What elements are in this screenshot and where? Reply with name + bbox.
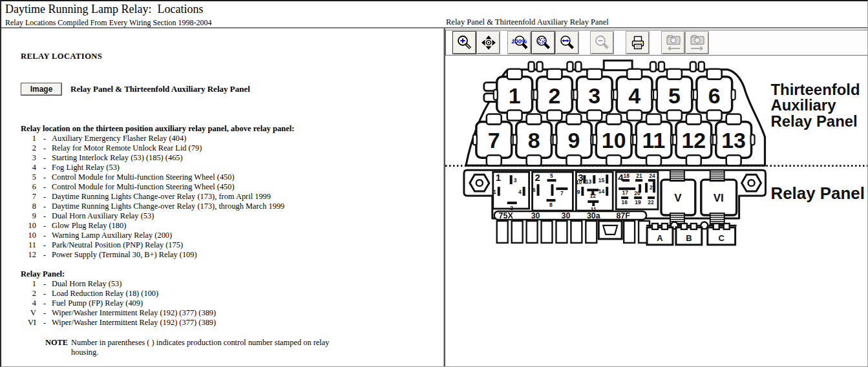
aux-panel-caption-line2: Auxiliary (770, 96, 836, 114)
relay-name: Dual Horn Relay (53) (52, 279, 443, 289)
zoom-fit-button[interactable] (531, 31, 555, 54)
page-title: Daytime Running Lamp Relay: Locations (5, 3, 867, 16)
dash: - (37, 240, 52, 250)
relay-number: 12 (21, 250, 37, 260)
aux-relay-5: 5 (653, 69, 695, 121)
abc-connectors: A B C (646, 222, 737, 244)
pan-icon (480, 34, 497, 51)
diagram-captions: Thirteenfold Auxiliary Relay Panel Relay… (770, 81, 864, 203)
aux-relay-number: 4 (628, 83, 640, 108)
relay-name: Auxiliary Emergency Flasher Relay (404) (52, 134, 443, 143)
relay-number: 4 (21, 299, 37, 308)
svg-text:30: 30 (531, 211, 540, 220)
relay-name: Power Supply (Terminal 30, B+) Relay (10… (52, 250, 443, 260)
relay-number: 8 (21, 202, 37, 211)
zoom-fit-width-icon (559, 34, 576, 51)
relay-name: Fog Light Relay (53) (52, 163, 443, 173)
relay-number: 1 (21, 134, 37, 143)
zoom-fit-icon (535, 34, 552, 51)
dash: - (37, 231, 52, 240)
note-text: Number in parentheses ( ) indicates prod… (71, 338, 355, 357)
aux-relay-8: 8 (513, 114, 555, 165)
list-item: 1 - Dual Horn Relay (53) (21, 279, 443, 289)
dash: - (37, 143, 52, 153)
list-item: 4 - Fuel Pump (FP) Relay (409) (21, 299, 443, 308)
svg-text:24: 24 (649, 173, 655, 179)
dash: - (37, 153, 52, 163)
svg-text:1: 1 (493, 189, 496, 195)
section-title: RELAY LOCATIONS (21, 52, 443, 61)
image-pane-caption: Relay Panel & Thirteenfold Auxiliary Rel… (446, 17, 609, 27)
svg-text:1: 1 (496, 172, 501, 183)
bus-bar: 75X 30 30 30a 87F (494, 211, 646, 220)
relay-number: 4 (21, 163, 37, 173)
aux-relay-number: 3 (588, 83, 600, 108)
relay-diagram-area: 12345678910111213 (445, 56, 867, 367)
aux-relay-number: 1 (509, 83, 521, 108)
dash: - (37, 202, 52, 211)
svg-text:8: 8 (549, 202, 553, 208)
comb-connectors (497, 221, 650, 243)
relay-panel-list: 1 - Dual Horn Relay (53) 2 - Load Reduct… (21, 279, 443, 328)
svg-text:13: 13 (586, 178, 592, 185)
image-link-row: Image Relay Panel & Thirteenfold Auxilia… (21, 83, 443, 96)
list-item: VI - Wiper/Washer Intermittent Relay (19… (21, 318, 443, 328)
image-button-caption: Relay Panel & Thirteenfold Auxiliary Rel… (70, 84, 250, 94)
relay-name: Daytime Running Lights Change-over Relay… (52, 192, 443, 202)
list-item: 10 - Warning Lamp Auxiliary Relay (200) (21, 231, 443, 240)
svg-text:C: C (719, 233, 725, 243)
svg-text:B: B (686, 233, 692, 243)
dash: - (37, 299, 52, 308)
zoom-out-button[interactable] (590, 31, 614, 54)
relay-name: Fuel Pump (FP) Relay (409) (52, 299, 443, 308)
zoom-in-icon (456, 34, 473, 51)
relay-number: 1 (21, 279, 37, 289)
zoom-100-icon: 100% (511, 34, 529, 51)
aux-relay-number: 2 (549, 83, 561, 108)
zoom-100-button[interactable]: 100% (507, 31, 531, 54)
svg-text:VI: VI (714, 192, 724, 204)
relay-name: Relay for Motor Remote Unlock Rear Lid (… (52, 143, 443, 153)
previous-image-button[interactable] (661, 31, 685, 54)
relay-number: V (21, 308, 37, 318)
dash: - (37, 182, 52, 192)
dash: - (37, 173, 52, 182)
svg-text:21: 21 (636, 173, 642, 179)
svg-text:2: 2 (510, 205, 513, 211)
relay-name: Dual Horn Auxiliary Relay (53) (52, 211, 443, 221)
svg-text:16: 16 (621, 199, 628, 205)
relay-number: 9 (21, 211, 37, 221)
relay-name: Park/Neutral Position (PNP) Relay (175) (52, 240, 443, 250)
next-image-button[interactable] (685, 31, 709, 54)
image-viewer-pane: 100% (444, 28, 867, 367)
aux-relay-number: 9 (567, 128, 580, 152)
list-item: 9 - Dual Horn Auxiliary Relay (53) (21, 211, 443, 221)
pan-button[interactable] (476, 31, 500, 54)
page-subtitle: Relay Locations Compiled From Every Wiri… (5, 18, 212, 28)
aux-relay-3: 3 (573, 69, 615, 121)
aux-relay-7: 7 (473, 114, 515, 165)
dash: - (37, 279, 52, 289)
svg-text:3: 3 (514, 177, 517, 184)
print-icon (630, 34, 646, 51)
svg-text:30a: 30a (587, 211, 600, 220)
list-item: 2 - Relay for Motor Remote Unlock Rear L… (21, 143, 443, 153)
previous-image-icon (664, 34, 683, 52)
relay-number: 2 (21, 143, 37, 153)
relay-number: 7 (21, 192, 37, 202)
svg-text:15: 15 (598, 177, 605, 184)
print-button[interactable] (626, 31, 650, 54)
dash: - (37, 163, 52, 173)
svg-text:18: 18 (623, 173, 630, 179)
aux-relay-9: 9 (553, 114, 595, 165)
list-item: 2 - Load Reduction Relay (18) (100) (21, 289, 443, 299)
aux-relay-11: 11 (633, 114, 675, 165)
image-button[interactable]: Image (21, 83, 62, 96)
svg-text:19: 19 (635, 199, 641, 205)
list-item: 6 - Control Module for Multi-function St… (21, 182, 443, 192)
zoom-fit-width-button[interactable] (555, 31, 579, 54)
zoom-in-button[interactable] (452, 31, 476, 54)
aux-relay-number: 11 (642, 128, 666, 152)
relay-panel-caption: Relay Panel (770, 184, 864, 202)
aux-relay-6: 6 (693, 69, 736, 121)
